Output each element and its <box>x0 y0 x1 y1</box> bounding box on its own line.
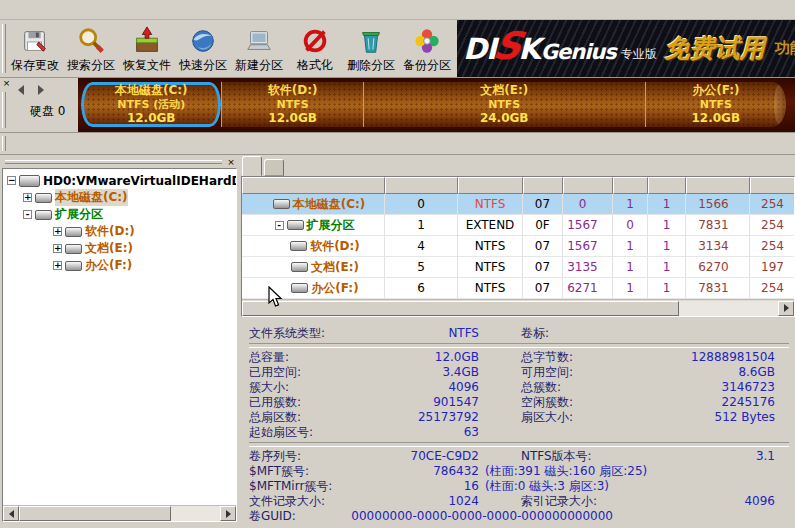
partition-name: 办公(F:) <box>646 83 786 98</box>
detail-row: 卷序列号: 70CE-C9D2 NTFS版本号: 3.1 <box>249 449 789 464</box>
partition-segment[interactable]: 本地磁盘(C:) NTFS (活动) 12.0GB <box>81 82 221 127</box>
toolbar-button-label: 快速分区 <box>179 57 227 74</box>
cell-filesystem: NTFS <box>458 194 523 214</box>
new-partition-button[interactable]: 新建分区 <box>231 20 287 77</box>
hdd-icon <box>19 175 40 187</box>
table-horizontal-scrollbar[interactable] <box>242 299 794 316</box>
cell-filesystem: NTFS <box>458 236 523 256</box>
disk-label: 硬盘 0 <box>30 103 65 120</box>
scroll-left-button[interactable] <box>3 506 19 521</box>
band-grip[interactable] <box>2 92 6 128</box>
cell-end-cylinder: 7831 <box>686 278 750 298</box>
column-header[interactable] <box>242 177 385 194</box>
column-header[interactable] <box>563 177 613 194</box>
next-disk-button[interactable] <box>33 83 48 97</box>
expander-icon[interactable]: - <box>23 210 32 219</box>
cell-head: 1 <box>613 278 648 298</box>
partition-segment[interactable]: 文档(E:) NTFS 24.0GB <box>363 82 645 127</box>
cell-start-cylinder: 3135 <box>563 257 613 277</box>
format-button[interactable]: 格式化 <box>287 20 343 77</box>
cell-end-head: 254 <box>750 194 794 214</box>
column-header[interactable] <box>613 177 648 194</box>
tree-node[interactable]: + 办公(F:) <box>3 257 236 274</box>
recover-files-button[interactable]: 恢复文件 <box>119 20 175 77</box>
partition-segment[interactable]: 软件(D:) NTFS 12.0GB <box>221 82 362 127</box>
expander-icon[interactable]: + <box>53 227 62 236</box>
expander-icon[interactable]: - <box>275 221 284 230</box>
disk-band: × 硬盘 0 本地磁盘(C:) NTFS (活动) 12.0GB 软件(D:) … <box>0 78 795 133</box>
partition-segment[interactable]: 办公(F:) NTFS 12.0GB <box>645 82 786 127</box>
toolbar: 保存更改 搜索分区 恢复文件 快速分区 新建分区 格式化 删除分区 备份分区 D… <box>0 20 795 78</box>
partition-table-row[interactable]: 软件(D:) 4 NTFS 07 1567 1 1 3134 254 <box>242 236 794 257</box>
detail-label: 文件系统类型: <box>249 326 399 341</box>
save-changes-button[interactable]: 保存更改 <box>7 20 63 77</box>
tree-root-node[interactable]: − HD0:VMwareVirtualIDEHardDr <box>3 172 236 189</box>
partition-icon <box>291 262 308 272</box>
column-header[interactable] <box>750 177 794 194</box>
detail-label: 总容量: <box>249 350 399 365</box>
menu-item[interactable] <box>104 8 124 12</box>
tree-node[interactable]: + 本地磁盘(C:) <box>3 189 236 206</box>
delete-partition-button[interactable]: 删除分区 <box>343 20 399 77</box>
partition-icon <box>65 261 82 271</box>
detail-value: 70CE-C9D2 <box>399 449 479 464</box>
detail-label: 簇大小: <box>249 380 399 395</box>
scrollbar-thumb[interactable] <box>242 301 679 316</box>
scrollbar-track[interactable] <box>171 506 220 521</box>
scrollbar-track[interactable] <box>679 301 778 316</box>
volume-details-panel: 文件系统类型: NTFS 卷标: 总容量: 12.0GB 总字节数: <box>241 317 795 528</box>
detail-label <box>619 509 775 524</box>
detail-value: 16 <box>399 479 479 494</box>
partition-name: 文档(E:) <box>364 83 645 98</box>
column-header[interactable] <box>458 177 523 194</box>
detail-value: 4096 <box>655 494 789 509</box>
tree-node[interactable]: + 软件(D:) <box>3 223 236 240</box>
menu-item[interactable] <box>44 8 64 12</box>
tree-node[interactable]: - 扩展分区 <box>3 206 236 223</box>
search-partition-button[interactable]: 搜索分区 <box>63 20 119 77</box>
volume-label: 办公(F:) <box>311 280 358 297</box>
scroll-right-button[interactable] <box>778 301 794 316</box>
recover-files-icon <box>132 25 162 57</box>
detail-value <box>655 425 789 440</box>
partition-table-row[interactable]: 办公(F:) 6 NTFS 07 6271 1 1 7831 254 <box>242 278 794 299</box>
partition-table-row[interactable]: -扩展分区 1 EXTEND 0F 1567 0 1 7831 254 <box>242 215 794 236</box>
scroll-right-button[interactable] <box>220 506 236 521</box>
scrollbar-thumb[interactable] <box>19 506 171 521</box>
cell-number: 5 <box>385 257 458 277</box>
close-icon[interactable]: × <box>1 78 12 89</box>
menu-item[interactable] <box>64 8 84 12</box>
prev-disk-button[interactable] <box>13 83 28 97</box>
column-header[interactable] <box>523 177 563 194</box>
partition-table-row[interactable]: 本地磁盘(C:) 0 NTFS 07 0 1 1 1566 254 <box>242 194 794 215</box>
detail-label: 索引记录大小: <box>485 494 655 509</box>
main-area: × − HD0:VMwareVirtualIDEHardDr + 本地磁盘(C:… <box>0 155 795 528</box>
column-header[interactable] <box>648 177 686 194</box>
toolbar-button-label: 新建分区 <box>235 57 283 74</box>
backup-partition-button[interactable]: 备份分区 <box>399 20 455 77</box>
detail-value: 786432 <box>399 464 479 479</box>
expander-icon[interactable]: + <box>23 193 32 202</box>
detail-label: 卷序列号: <box>249 449 399 464</box>
expander-icon[interactable]: + <box>53 261 62 270</box>
partition-table-row[interactable]: 文档(E:) 5 NTFS 07 3135 1 1 6270 197 <box>242 257 794 278</box>
collapse-icon[interactable]: − <box>7 176 16 185</box>
panel-grip[interactable] <box>5 160 222 164</box>
column-header[interactable] <box>385 177 458 194</box>
close-icon[interactable]: × <box>225 157 237 168</box>
detail-row: 总扇区数: 25173792 扇区大小: 512 Bytes <box>249 410 789 425</box>
menu-item[interactable] <box>4 8 24 12</box>
expander-icon[interactable]: + <box>53 244 62 253</box>
tab[interactable] <box>242 156 262 176</box>
info-grip[interactable] <box>2 136 6 151</box>
tab[interactable] <box>264 159 284 176</box>
volume-label: 扩展分区 <box>307 217 355 234</box>
detail-row <box>249 442 789 447</box>
toolbar-grip[interactable] <box>2 24 6 73</box>
menu-item[interactable] <box>84 8 104 12</box>
tree-horizontal-scrollbar[interactable] <box>3 505 236 521</box>
tree-node[interactable]: + 文档(E:) <box>3 240 236 257</box>
menu-item[interactable] <box>24 8 44 12</box>
quick-partition-button[interactable]: 快速分区 <box>175 20 231 77</box>
column-header[interactable] <box>686 177 750 194</box>
